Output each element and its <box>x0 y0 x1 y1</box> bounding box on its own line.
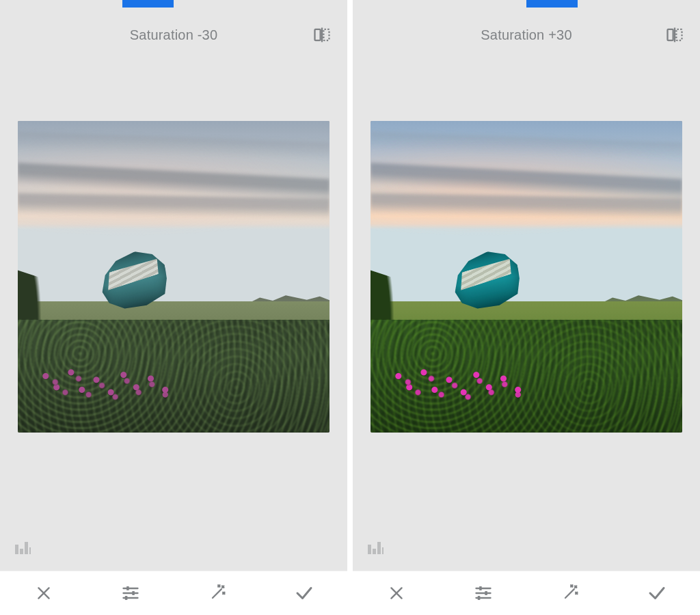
svg-rect-36 <box>477 596 480 600</box>
svg-line-19 <box>218 585 219 586</box>
svg-line-39 <box>575 586 576 588</box>
svg-rect-27 <box>377 542 381 554</box>
top-bar: Saturation -30 <box>0 11 347 59</box>
magic-wand-icon <box>208 584 227 603</box>
tune-sliders-icon <box>121 584 140 603</box>
svg-line-15 <box>213 589 221 598</box>
image-canvas[interactable] <box>0 59 347 494</box>
svg-rect-14 <box>124 596 127 600</box>
bottom-toolbar <box>0 571 347 615</box>
cancel-button[interactable] <box>381 578 412 608</box>
svg-rect-12 <box>132 591 135 595</box>
histogram-button[interactable] <box>12 539 33 556</box>
compare-button[interactable] <box>309 22 335 48</box>
svg-rect-22 <box>668 29 673 40</box>
apply-button[interactable] <box>642 578 672 608</box>
comparison-stage: Saturation -30 <box>0 0 700 615</box>
adjustment-label: Saturation +30 <box>481 27 571 43</box>
svg-rect-3 <box>15 545 18 554</box>
close-icon <box>388 584 405 602</box>
svg-rect-0 <box>315 29 321 40</box>
svg-rect-5 <box>25 542 28 554</box>
svg-line-41 <box>571 585 572 586</box>
checkmark-icon <box>647 583 667 603</box>
auto-adjust-button[interactable] <box>555 578 585 608</box>
cancel-button[interactable] <box>29 578 59 608</box>
histogram-icon <box>12 539 33 556</box>
checkmark-icon <box>294 583 314 603</box>
svg-line-21 <box>223 592 224 594</box>
editor-pane-right: Saturation +30 <box>353 0 700 615</box>
tune-button[interactable] <box>116 578 146 608</box>
svg-rect-4 <box>20 549 23 554</box>
image-canvas[interactable] <box>353 59 700 494</box>
svg-rect-6 <box>29 547 31 554</box>
value-slider-fill <box>526 0 578 8</box>
compare-button[interactable] <box>662 22 688 48</box>
svg-line-37 <box>565 589 574 598</box>
svg-line-17 <box>222 586 224 588</box>
svg-rect-26 <box>373 549 376 554</box>
close-icon <box>35 584 53 602</box>
svg-rect-28 <box>382 547 383 554</box>
auto-adjust-button[interactable] <box>202 578 232 608</box>
status-row <box>353 494 700 571</box>
svg-rect-10 <box>126 586 129 590</box>
svg-rect-32 <box>479 586 482 590</box>
editor-pane-left: Saturation -30 <box>0 0 347 615</box>
svg-rect-24 <box>676 29 682 40</box>
value-slider[interactable] <box>353 0 700 11</box>
value-slider-fill <box>122 0 174 8</box>
compare-icon <box>312 25 332 44</box>
edited-image <box>18 121 329 433</box>
landscape-scene <box>371 121 682 433</box>
tune-button[interactable] <box>468 578 498 608</box>
adjustment-label: Saturation -30 <box>130 27 217 43</box>
status-row <box>0 494 347 571</box>
svg-line-43 <box>576 592 577 594</box>
edited-image <box>371 121 682 433</box>
histogram-button[interactable] <box>365 539 386 556</box>
tune-sliders-icon <box>474 584 493 603</box>
svg-rect-25 <box>368 545 371 554</box>
value-slider[interactable] <box>0 0 347 11</box>
svg-rect-2 <box>323 29 329 40</box>
landscape-scene <box>18 121 329 433</box>
top-bar: Saturation +30 <box>353 11 700 59</box>
bottom-toolbar <box>353 571 700 615</box>
compare-icon <box>665 25 684 44</box>
histogram-icon <box>365 539 386 556</box>
apply-button[interactable] <box>289 578 319 608</box>
svg-rect-34 <box>485 591 487 595</box>
magic-wand-icon <box>561 584 580 603</box>
